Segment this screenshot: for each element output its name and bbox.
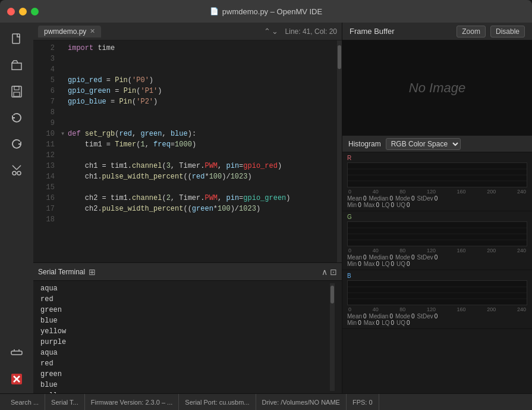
maximize-button[interactable] <box>31 8 39 15</box>
main-container: pwmdemo.py ✕ ⌃ ⌄ Line: 41, Col: 20 2 imp… <box>0 23 532 393</box>
code-line-15: 15 <box>33 182 342 193</box>
line-col-indicator: Line: 41, Col: 20 <box>285 27 337 36</box>
histogram-header: Histogram RGB Color Space <box>342 136 532 152</box>
histogram-label: Histogram <box>348 140 381 148</box>
no-image-text: No Image <box>409 80 465 96</box>
new-file-button[interactable] <box>5 27 29 51</box>
code-line-17: 17 ch2.pulse_width_percent((green*100)/1… <box>33 204 342 214</box>
code-line-10: 10 ▾ def set_rgb(red, green, blue): <box>33 129 342 139</box>
channel-r-block: R 04080120160200240 Mean 0 Median 0 Mode… <box>342 152 532 211</box>
frame-buffer-title: Frame Buffer <box>350 27 452 36</box>
channel-r-xaxis: 04080120160200240 <box>347 189 527 195</box>
channel-b-stats-row2: Min 0 Max 0 LQ 0 UQ 0 <box>347 320 527 326</box>
channel-g-block: G 04080120160200240 Mean 0 Median 0 Mode… <box>342 211 532 270</box>
disable-button[interactable]: Disable <box>490 26 525 37</box>
svg-rect-8 <box>11 351 22 355</box>
title-bar-text: 📄 pwmdemo.py – OpenMV IDE <box>210 7 322 16</box>
svg-rect-0 <box>12 34 20 43</box>
code-line-8: 8 <box>33 107 342 118</box>
status-firmware: Firmware Version: 2.3.0 – ... <box>85 394 180 410</box>
tab-arrow-up[interactable]: ⌃ <box>264 27 270 36</box>
code-content: 2 import time 3 4 5 gpio_red = <box>33 40 342 262</box>
open-file-button[interactable] <box>5 54 29 77</box>
tab-filename: pwmdemo.py <box>44 27 86 36</box>
serial-scrollbar-thumb[interactable] <box>330 286 334 303</box>
channel-g-xaxis: 04080120160200240 <box>347 248 527 253</box>
code-line-18: 18 <box>33 214 342 225</box>
sidebar <box>0 23 33 393</box>
svg-rect-2 <box>14 86 19 90</box>
status-search[interactable]: Search ... <box>5 394 45 410</box>
status-drive: Drive: /Volumes/NO NAME <box>256 394 347 410</box>
code-line-3: 3 <box>33 54 342 64</box>
svg-line-7 <box>17 165 21 170</box>
channel-b-graph <box>347 280 527 305</box>
tab-arrow-down[interactable]: ⌄ <box>272 27 278 36</box>
title-bar: 📄 pwmdemo.py – OpenMV IDE <box>0 0 532 23</box>
frame-buffer-header: Frame Buffer Zoom Disable <box>342 23 532 40</box>
serial-terminal-label: Serial Terminal <box>38 268 85 276</box>
right-panel: Frame Buffer Zoom Disable No Image Histo… <box>342 23 532 393</box>
status-serial[interactable]: Serial T... <box>45 394 85 410</box>
editor-tab-pwmdemo[interactable]: pwmdemo.py ✕ <box>38 26 101 37</box>
tab-arrows[interactable]: ⌃ ⌄ <box>264 27 278 36</box>
channel-g-stats-row1: Mean 0 Median 0 Mode 0 StDev 0 <box>347 254 527 261</box>
channel-r-label: R <box>347 155 527 161</box>
channel-g-graph <box>347 221 527 246</box>
code-editor[interactable]: 2 import time 3 4 5 gpio_red = <box>33 40 342 262</box>
svg-line-6 <box>12 165 17 170</box>
svg-rect-3 <box>14 92 20 96</box>
color-space-select[interactable]: RGB Color Space <box>386 138 461 150</box>
code-line-5: 5 gpio_red = Pin('P0') <box>33 75 342 86</box>
status-fps: FPS: 0 <box>347 394 379 410</box>
code-line-2: 2 import time <box>33 43 342 54</box>
serial-tab-controls: ∧ ⊡ <box>322 267 337 277</box>
cut-button[interactable] <box>5 158 29 182</box>
code-line-13: 13 ch1 = tim1.channel(3, Timer.PWM, pin=… <box>33 161 342 171</box>
serial-panel: Serial Terminal ⊞ ∧ ⊡ aquaredgreenblueye… <box>33 262 342 393</box>
serial-content[interactable]: aquaredgreenblueyellowpurpleaquaredgreen… <box>33 281 342 393</box>
serial-expand-icon[interactable]: ⊡ <box>330 267 337 277</box>
zoom-button[interactable]: Zoom <box>457 26 486 37</box>
editor-scrollbar[interactable] <box>337 40 342 262</box>
serial-tabbar: Serial Terminal ⊞ ∧ ⊡ <box>33 263 342 281</box>
editor-tabbar: pwmdemo.py ✕ ⌃ ⌄ Line: 41, Col: 20 <box>33 23 342 40</box>
channel-r-graph <box>347 162 527 187</box>
tab-close-icon[interactable]: ✕ <box>90 27 95 35</box>
channel-r-stats-row2: Min 0 Max 0 LQ 0 UQ 0 <box>347 202 527 208</box>
status-port: Serial Port: cu.usbm... <box>179 394 256 410</box>
code-line-4: 4 <box>33 64 342 75</box>
undo-button[interactable] <box>5 106 29 130</box>
serial-scrollbar[interactable] <box>330 283 335 391</box>
minimize-button[interactable] <box>19 8 27 15</box>
channel-r-stats-row1: Mean 0 Median 0 Mode 0 StDev 0 <box>347 195 527 202</box>
frame-buffer-area: No Image <box>342 40 532 136</box>
svg-point-5 <box>17 171 21 175</box>
channel-b-xaxis: 04080120160200240 <box>347 306 527 312</box>
traffic-lights <box>7 8 39 15</box>
code-line-7: 7 gpio_blue = Pin('P2') <box>33 96 342 107</box>
serial-collapse-icon[interactable]: ∧ <box>322 267 328 277</box>
file-icon: 📄 <box>210 7 219 15</box>
serial-output: aquaredgreenblueyellowpurpleaquaredgreen… <box>40 283 330 391</box>
status-bar: Search ... Serial T... Firmware Version:… <box>0 393 532 410</box>
channel-b-block: B 04080120160200240 Mean 0 Median 0 Mode… <box>342 270 532 329</box>
channel-g-label: G <box>347 214 527 220</box>
histogram-section: Histogram RGB Color Space R 040801201602… <box>342 136 532 393</box>
svg-point-4 <box>12 171 16 175</box>
code-line-9: 9 <box>33 118 342 129</box>
redo-button[interactable] <box>5 132 29 156</box>
tools-button[interactable] <box>5 367 29 391</box>
code-line-16: 16 ch2 = tim1.channel(2, Timer.PWM, pin=… <box>33 193 342 204</box>
close-button[interactable] <box>7 8 15 15</box>
editor-scrollbar-thumb[interactable] <box>338 45 341 69</box>
channel-b-stats-row1: Mean 0 Median 0 Mode 0 StDev 0 <box>347 313 527 320</box>
code-line-14: 14 ch1.pulse_width_percent((red*100)/102… <box>33 171 342 182</box>
code-line-6: 6 gpio_green = Pin('P1') <box>33 86 342 96</box>
center-panel: pwmdemo.py ✕ ⌃ ⌄ Line: 41, Col: 20 2 imp… <box>33 23 342 393</box>
connect-button[interactable] <box>5 341 29 365</box>
save-file-button[interactable] <box>5 80 29 104</box>
serial-pin-icon[interactable]: ⊞ <box>89 267 96 277</box>
code-line-12: 12 <box>33 150 342 161</box>
channel-b-label: B <box>347 273 527 279</box>
